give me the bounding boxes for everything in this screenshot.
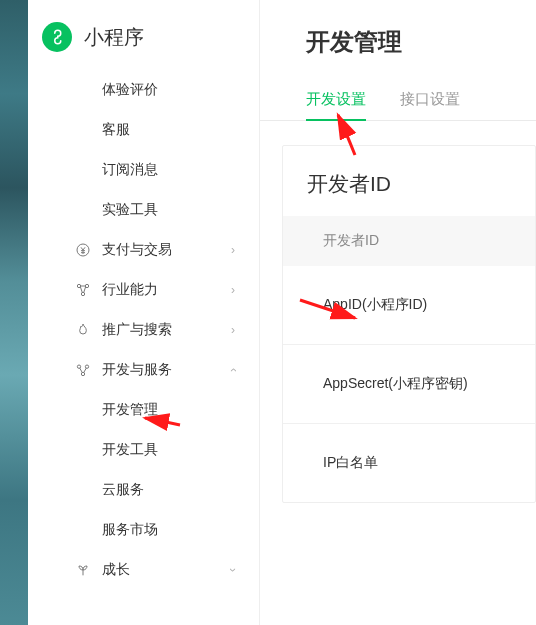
chevron-down-icon: › [226, 568, 240, 572]
card-title: 开发者ID [283, 146, 535, 216]
miniprogram-icon [42, 22, 72, 52]
card-row-appsecret: AppSecret(小程序密钥) [283, 345, 535, 424]
sidebar-item-dev-manage[interactable]: 开发管理 [28, 390, 259, 430]
brand[interactable]: 小程序 [28, 22, 259, 70]
svg-point-4 [77, 365, 80, 368]
sidebar-group-growth[interactable]: 成长 › [28, 550, 259, 590]
card-column-header: 开发者ID [283, 216, 535, 266]
yen-icon [74, 241, 92, 259]
chevron-right-icon: › [231, 323, 235, 337]
chevron-up-icon: › [226, 368, 240, 372]
svg-point-3 [81, 292, 84, 295]
sidebar-group-dev[interactable]: 开发与服务 › [28, 350, 259, 390]
svg-point-5 [85, 365, 88, 368]
sidebar-item-dev-tools[interactable]: 开发工具 [28, 430, 259, 470]
sidebar: 小程序 体验评价 客服 订阅消息 实验工具 支付与交易 › 行业能力 › 推广与… [28, 0, 260, 625]
sidebar-item-lab-tools[interactable]: 实验工具 [28, 190, 259, 230]
nodes-icon [74, 281, 92, 299]
plant-icon [74, 561, 92, 579]
sidebar-item-subscribe[interactable]: 订阅消息 [28, 150, 259, 190]
tabs: 开发设置 接口设置 [260, 90, 536, 121]
brand-title: 小程序 [84, 24, 144, 51]
sidebar-group-promote[interactable]: 推广与搜索 › [28, 310, 259, 350]
dev-icon [74, 361, 92, 379]
chevron-right-icon: › [231, 243, 235, 257]
sidebar-item-cloud[interactable]: 云服务 [28, 470, 259, 510]
sidebar-item-market[interactable]: 服务市场 [28, 510, 259, 550]
card-row-appid: AppID(小程序ID) [283, 266, 535, 345]
sidebar-item-experience[interactable]: 体验评价 [28, 70, 259, 110]
main-content: 开发管理 开发设置 接口设置 开发者ID 开发者ID AppID(小程序ID) … [260, 0, 536, 625]
svg-point-6 [81, 372, 84, 375]
developer-id-card: 开发者ID 开发者ID AppID(小程序ID) AppSecret(小程序密钥… [282, 145, 536, 503]
flame-icon [74, 321, 92, 339]
sidebar-group-pay[interactable]: 支付与交易 › [28, 230, 259, 270]
page-title: 开发管理 [260, 26, 536, 58]
chevron-right-icon: › [231, 283, 235, 297]
tab-api-settings[interactable]: 接口设置 [400, 90, 460, 121]
tab-dev-settings[interactable]: 开发设置 [306, 90, 366, 121]
sidebar-group-industry[interactable]: 行业能力 › [28, 270, 259, 310]
sidebar-item-customer-service[interactable]: 客服 [28, 110, 259, 150]
card-row-ipwhitelist: IP白名单 [283, 424, 535, 502]
decorative-left-strip [0, 0, 28, 625]
